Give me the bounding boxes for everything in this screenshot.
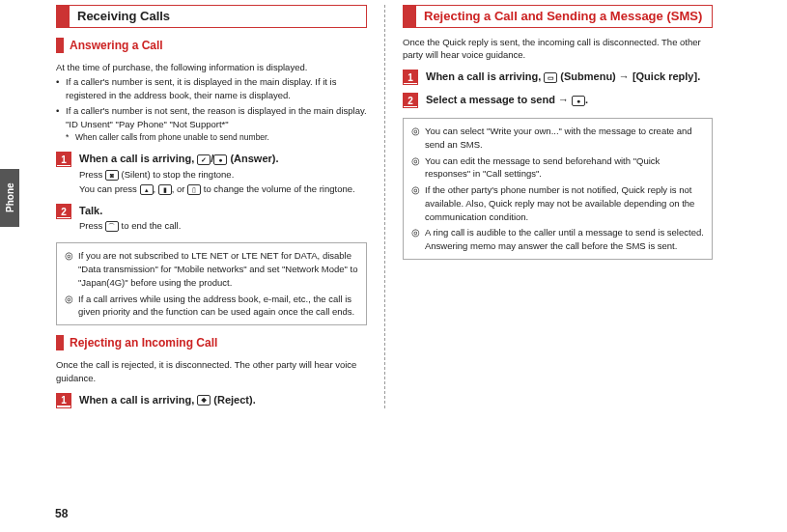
- heading-rejecting-call: Rejecting an Incoming Call: [56, 335, 367, 350]
- info-text: You can select "Write your own..." with …: [425, 125, 704, 152]
- info-box: ◎ If you are not subscribed to LTE NET o…: [56, 242, 367, 325]
- step-number-icon: 1: [56, 152, 71, 167]
- arrow-icon: →: [619, 70, 630, 82]
- asterisk-icon: *: [66, 132, 75, 144]
- content-columns: Receiving Calls Answering a Call At the …: [56, 5, 713, 408]
- center-key-icon: ●: [572, 96, 585, 106]
- bullet-dot-icon: •: [56, 104, 66, 118]
- heading-answering-call: Answering a Call: [56, 38, 367, 53]
- camera-key-icon: ◙: [105, 170, 119, 181]
- step-number-icon: 2: [56, 204, 71, 219]
- info-mark-icon: ◎: [65, 249, 78, 289]
- center-key-icon: ●: [213, 154, 227, 165]
- end-key-icon: ⌒: [105, 221, 119, 232]
- step-2: 2 Talk. Press ⌒ to end the call.: [56, 204, 367, 233]
- side-tab: Phone: [0, 169, 19, 227]
- info-item: ◎ If the other party's phone number is n…: [411, 183, 704, 223]
- step-title: When a call is arriving, ▭ (Submenu) → […: [426, 70, 713, 83]
- step-title: Talk.: [79, 204, 367, 217]
- step-number-icon: 2: [403, 93, 418, 108]
- info-mark-icon: ◎: [411, 125, 425, 152]
- footnote: * When caller calls from phone unable to…: [56, 132, 367, 144]
- step-1: 1 When a call is arriving, ✓/● (Answer).…: [56, 152, 367, 196]
- app-key-icon: ❖: [197, 395, 211, 406]
- rejecting-intro: Once the call is rejected, it is disconn…: [56, 358, 367, 385]
- info-item: ◎ If you are not subscribed to LTE NET o…: [65, 249, 358, 289]
- info-text: If the other party's phone number is not…: [425, 183, 704, 223]
- heading-reject-sms: Rejecting a Call and Sending a Message (…: [403, 5, 713, 28]
- page-number: 58: [55, 507, 68, 520]
- step-2-sms: 2 Select a message to send → ●.: [403, 93, 713, 108]
- submenu-key-icon: ▭: [544, 72, 557, 83]
- footnote-text: When caller calls from phone unable to s…: [75, 132, 269, 144]
- right-column: Rejecting a Call and Sending a Message (…: [384, 5, 713, 408]
- info-mark-icon: ◎: [411, 154, 425, 182]
- side-key-b-icon: ▯: [187, 184, 201, 195]
- info-mark-icon: ◎: [411, 183, 425, 223]
- left-column: Receiving Calls Answering a Call At the …: [56, 5, 384, 408]
- bullet-dot-icon: •: [56, 75, 66, 102]
- info-text: If a call arrives while using the addres…: [78, 293, 358, 320]
- step-title: When a call is arriving, ✓/● (Answer).: [79, 152, 367, 165]
- bullet-text: If a caller's number is sent, it is disp…: [66, 75, 367, 102]
- step-1-sms: 1 When a call is arriving, ▭ (Submenu) →…: [403, 70, 713, 85]
- info-item: ◎ A ring call is audible to the caller u…: [411, 226, 704, 253]
- call-key-icon: ✓: [197, 154, 211, 165]
- step-title: Select a message to send → ●.: [426, 93, 713, 106]
- step-sub: You can press ▴, ▮, or ▯ to change the v…: [79, 182, 367, 196]
- answering-intro: At the time of purchase, the following i…: [56, 61, 367, 74]
- arrow-icon: →: [558, 94, 569, 105]
- up-key-icon: ▴: [140, 184, 154, 195]
- bullet-item: • If a caller's number is sent, it is di…: [56, 75, 367, 102]
- step-sub: Press ⌒ to end the call.: [79, 219, 367, 233]
- side-key-icon: ▮: [158, 184, 172, 195]
- example-ids: "ID Unsent" "Pay Phone" "Not Support*": [56, 118, 367, 131]
- step-number-icon: 1: [403, 70, 418, 85]
- info-box: ◎ You can select "Write your own..." wit…: [403, 118, 713, 260]
- step-1-reject: 1 When a call is arriving, ❖ (Reject).: [56, 393, 367, 408]
- info-item: ◎ You can select "Write your own..." wit…: [411, 125, 704, 152]
- info-mark-icon: ◎: [65, 293, 78, 320]
- info-mark-icon: ◎: [411, 226, 425, 253]
- bullet-item: • If a caller's number is not sent, the …: [56, 104, 367, 118]
- info-item: ◎ You can edit the message to send befor…: [411, 154, 704, 182]
- step-sub: Press ◙ (Silent) to stop the ringtone.: [79, 168, 367, 182]
- step-number-icon: 1: [56, 393, 71, 408]
- info-item: ◎ If a call arrives while using the addr…: [65, 293, 358, 320]
- bullet-text: If a caller's number is not sent, the re…: [66, 104, 367, 118]
- sms-intro: Once the Quick reply is sent, the incomi…: [403, 36, 713, 63]
- heading-receiving-calls: Receiving Calls: [56, 5, 367, 28]
- step-title: When a call is arriving, ❖ (Reject).: [79, 393, 367, 406]
- info-text: A ring call is audible to the caller unt…: [425, 226, 704, 253]
- info-text: You can edit the message to send beforeh…: [425, 154, 704, 182]
- info-text: If you are not subscribed to LTE NET or …: [78, 249, 358, 289]
